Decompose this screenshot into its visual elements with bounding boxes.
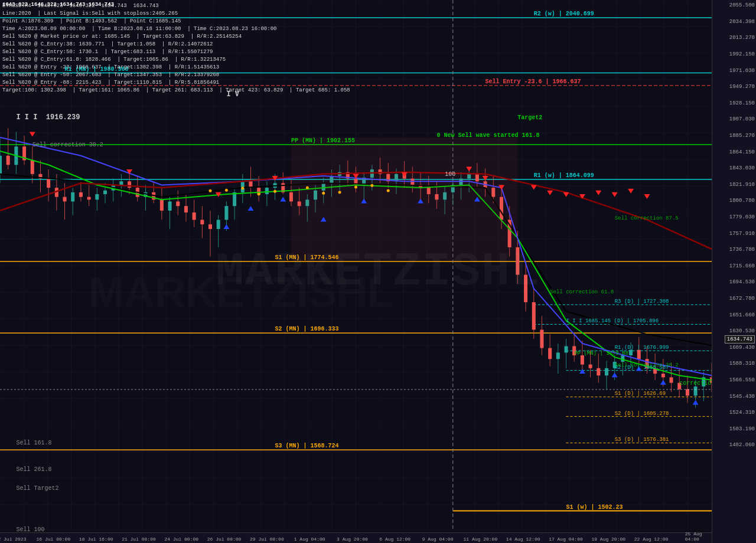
time-label: 3 Aug 20:00 [337,537,368,542]
time-label: 11 Aug 20:00 [464,537,498,542]
price-label: 1634.743 [725,335,755,344]
time-label: 1 Aug 04:00 [294,537,325,542]
time-label: 9 Aug 04:00 [422,537,454,542]
price-label: 1779.030 [729,214,755,220]
time-label: 22 Aug 12:00 [634,537,669,542]
time-label: 21 Jul 08:00 [122,537,156,542]
main-chart [0,0,756,543]
price-label: 1482.060 [729,442,755,448]
price-label: 1651.660 [729,312,755,318]
price-label: 1864.150 [729,149,755,155]
time-label: 14 Aug 12:00 [506,537,540,542]
price-label: 1949.270 [729,84,755,90]
time-label: 16 Jul 00:00 [37,537,71,542]
time-label: 26 Jul 08:00 [207,537,242,542]
price-label: 2055.500 [729,2,755,8]
time-label: 17 Aug 04:00 [549,537,583,542]
price-label: 1907.030 [729,116,755,122]
time-label: 29 Jul 08:00 [250,537,284,542]
info-panel: 1643.023 1646.322 1634.743 1634.743 [2,1,114,9]
time-label: 18 Jul 16:00 [79,537,113,542]
price-label: 1566.550 [729,377,755,383]
price-label: 1821.910 [729,182,755,188]
price-label: 1800.780 [729,198,755,204]
price-label: 1736.780 [729,247,755,253]
price-label: 1630.530 [729,328,755,334]
info-line-1: 1643.023 1646.322 1634.743 1634.743 [2,1,114,9]
time-label: 6 Aug 12:00 [379,537,410,542]
price-label: 1843.030 [729,165,755,171]
price-label: 2034.398 [729,19,755,25]
price-label: 1715.660 [729,263,755,269]
price-label: 2013.270 [729,35,755,41]
time-label: 25 Aug 04:00 [685,531,703,542]
price-label: 1971.030 [729,68,755,74]
time-label: 24 Jul 00:00 [164,537,198,542]
chart-container: 1643.023 1646.322 1634.743 1634.743 MARK… [0,0,756,543]
time-label: 12 Jul 2023 [0,537,26,542]
price-scale: 2055.5002034.3982013.2701992.1501971.030… [712,0,756,543]
price-label: 1672.780 [729,296,755,302]
price-label: 1885.270 [729,133,755,139]
price-label: 1757.910 [729,231,755,237]
price-label: 1503.190 [729,426,755,432]
price-label: 1609.430 [729,345,755,351]
price-label: 1992.150 [729,51,755,57]
time-label: 19 Aug 20:00 [591,537,625,542]
time-scale: 12 Jul 202316 Jul 00:0018 Jul 16:0021 Ju… [0,532,712,543]
price-label: 1545.430 [729,394,755,400]
price-label: 1694.530 [729,279,755,285]
price-label: 1928.150 [729,100,755,106]
price-label: 1588.310 [729,361,755,367]
price-label: 1524.310 [729,410,755,416]
